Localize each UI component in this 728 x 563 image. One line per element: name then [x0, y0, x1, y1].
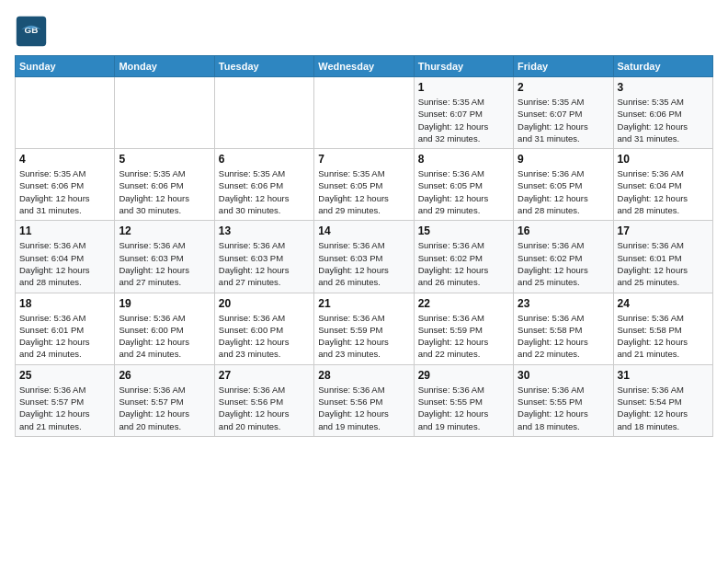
day-info: Sunrise: 5:36 AM Sunset: 6:05 PM Dayligh…: [518, 167, 609, 216]
day-cell: 14Sunrise: 5:36 AM Sunset: 6:03 PM Dayli…: [314, 221, 414, 293]
day-info: Sunrise: 5:36 AM Sunset: 6:03 PM Dayligh…: [119, 239, 210, 288]
day-number: 23: [518, 297, 609, 310]
day-cell: 15Sunrise: 5:36 AM Sunset: 6:02 PM Dayli…: [414, 221, 513, 293]
calendar-body: 1Sunrise: 5:35 AM Sunset: 6:07 PM Daylig…: [16, 77, 713, 437]
day-cell: 28Sunrise: 5:36 AM Sunset: 5:56 PM Dayli…: [314, 364, 414, 436]
day-number: 5: [119, 153, 210, 166]
day-cell: 17Sunrise: 5:36 AM Sunset: 6:01 PM Dayli…: [613, 221, 712, 293]
day-info: Sunrise: 5:36 AM Sunset: 5:59 PM Dayligh…: [418, 312, 509, 361]
header-cell-monday: Monday: [115, 56, 214, 77]
day-number: 3: [618, 81, 709, 94]
day-number: 11: [19, 224, 110, 237]
day-cell: [115, 77, 214, 149]
day-number: 27: [219, 369, 310, 382]
day-cell: 13Sunrise: 5:36 AM Sunset: 6:03 PM Dayli…: [214, 221, 313, 293]
day-cell: 2Sunrise: 5:35 AM Sunset: 6:07 PM Daylig…: [514, 77, 613, 149]
day-number: 12: [119, 224, 210, 237]
day-cell: 10Sunrise: 5:36 AM Sunset: 6:04 PM Dayli…: [613, 149, 712, 221]
day-number: 9: [518, 153, 609, 166]
day-cell: 31Sunrise: 5:36 AM Sunset: 5:54 PM Dayli…: [613, 364, 712, 436]
day-info: Sunrise: 5:36 AM Sunset: 6:01 PM Dayligh…: [618, 239, 709, 288]
day-number: 17: [618, 224, 709, 237]
day-number: 13: [219, 224, 310, 237]
day-info: Sunrise: 5:36 AM Sunset: 5:55 PM Dayligh…: [418, 384, 509, 432]
day-cell: [16, 77, 115, 149]
day-number: 16: [518, 224, 609, 237]
day-info: Sunrise: 5:36 AM Sunset: 6:01 PM Dayligh…: [19, 312, 110, 361]
page-header: GB: [15, 15, 713, 48]
day-number: 8: [418, 153, 509, 166]
day-info: Sunrise: 5:35 AM Sunset: 6:06 PM Dayligh…: [219, 167, 310, 216]
day-cell: 9Sunrise: 5:36 AM Sunset: 6:05 PM Daylig…: [514, 149, 613, 221]
day-number: 4: [19, 153, 110, 166]
day-info: Sunrise: 5:36 AM Sunset: 6:00 PM Dayligh…: [119, 312, 210, 361]
day-cell: 20Sunrise: 5:36 AM Sunset: 6:00 PM Dayli…: [214, 293, 313, 364]
day-info: Sunrise: 5:36 AM Sunset: 6:04 PM Dayligh…: [618, 167, 709, 216]
week-row-5: 25Sunrise: 5:36 AM Sunset: 5:57 PM Dayli…: [16, 364, 713, 436]
day-info: Sunrise: 5:36 AM Sunset: 5:59 PM Dayligh…: [318, 312, 409, 361]
day-info: Sunrise: 5:35 AM Sunset: 6:05 PM Dayligh…: [318, 167, 409, 216]
day-info: Sunrise: 5:35 AM Sunset: 6:06 PM Dayligh…: [119, 167, 210, 216]
day-number: 19: [119, 297, 210, 310]
header-cell-wednesday: Wednesday: [314, 56, 414, 77]
day-number: 25: [19, 369, 110, 382]
day-number: 29: [418, 369, 509, 382]
header-cell-thursday: Thursday: [414, 56, 513, 77]
day-number: 2: [518, 81, 609, 94]
day-cell: 7Sunrise: 5:35 AM Sunset: 6:05 PM Daylig…: [314, 149, 414, 221]
day-number: 20: [219, 297, 310, 310]
day-info: Sunrise: 5:36 AM Sunset: 6:04 PM Dayligh…: [19, 239, 110, 288]
calendar-table: SundayMondayTuesdayWednesdayThursdayFrid…: [15, 55, 713, 437]
day-number: 14: [318, 224, 409, 237]
header-cell-tuesday: Tuesday: [214, 56, 313, 77]
day-info: Sunrise: 5:36 AM Sunset: 6:05 PM Dayligh…: [418, 167, 509, 216]
day-number: 1: [418, 81, 509, 94]
day-info: Sunrise: 5:36 AM Sunset: 6:00 PM Dayligh…: [219, 312, 310, 361]
day-info: Sunrise: 5:36 AM Sunset: 6:03 PM Dayligh…: [318, 239, 409, 288]
day-info: Sunrise: 5:36 AM Sunset: 6:02 PM Dayligh…: [518, 239, 609, 288]
day-cell: 23Sunrise: 5:36 AM Sunset: 5:58 PM Dayli…: [514, 293, 613, 364]
day-info: Sunrise: 5:36 AM Sunset: 5:56 PM Dayligh…: [219, 384, 310, 432]
day-cell: 25Sunrise: 5:36 AM Sunset: 5:57 PM Dayli…: [16, 364, 115, 436]
day-info: Sunrise: 5:36 AM Sunset: 6:02 PM Dayligh…: [418, 239, 509, 288]
day-cell: 4Sunrise: 5:35 AM Sunset: 6:06 PM Daylig…: [16, 149, 115, 221]
day-number: 31: [618, 369, 709, 382]
day-number: 18: [19, 297, 110, 310]
day-cell: 24Sunrise: 5:36 AM Sunset: 5:58 PM Dayli…: [613, 293, 712, 364]
day-number: 15: [418, 224, 509, 237]
day-cell: 26Sunrise: 5:36 AM Sunset: 5:57 PM Dayli…: [115, 364, 214, 436]
day-info: Sunrise: 5:36 AM Sunset: 5:57 PM Dayligh…: [119, 384, 210, 432]
day-number: 22: [418, 297, 509, 310]
header-row: SundayMondayTuesdayWednesdayThursdayFrid…: [16, 56, 713, 77]
day-cell: 19Sunrise: 5:36 AM Sunset: 6:00 PM Dayli…: [115, 293, 214, 364]
day-number: 28: [318, 369, 409, 382]
header-cell-sunday: Sunday: [16, 56, 115, 77]
day-info: Sunrise: 5:36 AM Sunset: 5:54 PM Dayligh…: [618, 384, 709, 432]
day-info: Sunrise: 5:36 AM Sunset: 5:58 PM Dayligh…: [618, 312, 709, 361]
day-cell: 16Sunrise: 5:36 AM Sunset: 6:02 PM Dayli…: [514, 221, 613, 293]
day-number: 6: [219, 153, 310, 166]
day-info: Sunrise: 5:36 AM Sunset: 5:55 PM Dayligh…: [518, 384, 609, 432]
week-row-4: 18Sunrise: 5:36 AM Sunset: 6:01 PM Dayli…: [16, 293, 713, 364]
week-row-2: 4Sunrise: 5:35 AM Sunset: 6:06 PM Daylig…: [16, 149, 713, 221]
day-cell: 22Sunrise: 5:36 AM Sunset: 5:59 PM Dayli…: [414, 293, 513, 364]
day-info: Sunrise: 5:35 AM Sunset: 6:07 PM Dayligh…: [418, 96, 509, 144]
logo-icon: GB: [15, 15, 48, 48]
day-cell: 18Sunrise: 5:36 AM Sunset: 6:01 PM Dayli…: [16, 293, 115, 364]
day-number: 10: [618, 153, 709, 166]
day-info: Sunrise: 5:35 AM Sunset: 6:06 PM Dayligh…: [19, 167, 110, 216]
day-number: 26: [119, 369, 210, 382]
day-cell: [214, 77, 313, 149]
day-cell: 29Sunrise: 5:36 AM Sunset: 5:55 PM Dayli…: [414, 364, 513, 436]
day-info: Sunrise: 5:35 AM Sunset: 6:07 PM Dayligh…: [518, 96, 609, 144]
day-info: Sunrise: 5:35 AM Sunset: 6:06 PM Dayligh…: [618, 96, 709, 144]
day-info: Sunrise: 5:36 AM Sunset: 5:56 PM Dayligh…: [318, 384, 409, 432]
day-number: 7: [318, 153, 409, 166]
day-number: 21: [318, 297, 409, 310]
day-info: Sunrise: 5:36 AM Sunset: 6:03 PM Dayligh…: [219, 239, 310, 288]
day-cell: 1Sunrise: 5:35 AM Sunset: 6:07 PM Daylig…: [414, 77, 513, 149]
logo: GB: [15, 15, 51, 48]
day-cell: 8Sunrise: 5:36 AM Sunset: 6:05 PM Daylig…: [414, 149, 513, 221]
week-row-1: 1Sunrise: 5:35 AM Sunset: 6:07 PM Daylig…: [16, 77, 713, 149]
day-info: Sunrise: 5:36 AM Sunset: 5:58 PM Dayligh…: [518, 312, 609, 361]
